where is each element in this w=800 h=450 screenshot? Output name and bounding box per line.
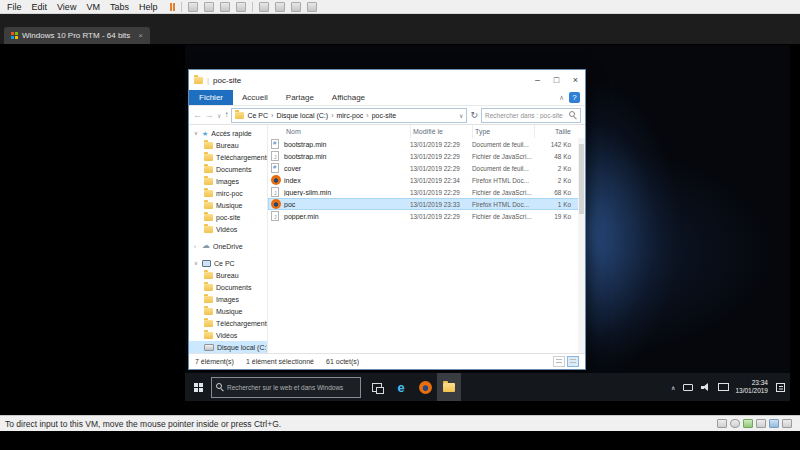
tab-affichage[interactable]: Affichage [323, 90, 374, 105]
tab-accueil[interactable]: Accueil [233, 90, 277, 105]
sidebar-item-qa-documents[interactable]: Documents [189, 163, 267, 175]
sidebar-item-pc-telechargements[interactable]: Téléchargements [189, 317, 267, 329]
sidebar-item-qa-telechargements[interactable]: Téléchargements [189, 151, 267, 163]
address-bar[interactable]: Ce PC › Disque local (C:) › mirc-poc › p… [231, 108, 467, 123]
sidebar-onedrive[interactable]: › ☁ OneDrive [189, 240, 267, 252]
scrollbar-thumb[interactable] [579, 144, 584, 214]
vertical-scrollbar[interactable] [578, 138, 585, 353]
sidebar-item-pc-images[interactable]: Images [189, 293, 267, 305]
unity-view-icon[interactable] [291, 2, 301, 12]
sidebar-item-local-disk-c[interactable]: Disque local (C:) [189, 341, 267, 353]
column-header-modified[interactable]: Modifié le [410, 125, 472, 138]
show-library-icon[interactable] [259, 2, 269, 12]
sidebar-item-qa-mirc-poc[interactable]: mirc-poc [189, 187, 267, 199]
action-center-icon[interactable] [776, 383, 785, 392]
breadcrumb-poc-site[interactable]: poc-site [372, 112, 397, 119]
maximize-button[interactable]: □ [547, 70, 566, 90]
sidebar-label: Vidéos [216, 226, 237, 233]
tab-partage[interactable]: Partage [277, 90, 323, 105]
chevron-right-icon: › [194, 243, 199, 249]
sound-card-icon[interactable] [769, 419, 779, 428]
file-row[interactable]: jquery-slim.min 13/01/2019 22:29 Fichier… [268, 186, 585, 198]
close-icon[interactable]: × [138, 31, 143, 40]
cdrom-icon[interactable] [730, 419, 740, 428]
taskbar-search-box[interactable] [211, 377, 361, 398]
column-header-size[interactable]: Taille [534, 125, 575, 138]
thumbnails-view-icon[interactable] [567, 356, 579, 367]
file-row[interactable]: cover 13/01/2019 22:29 Document de feuil… [268, 162, 585, 174]
volume-icon[interactable] [701, 383, 710, 392]
taskbar-clock[interactable]: 23:34 13/01/2019 [735, 379, 768, 395]
chevron-down-icon: ∨ [194, 130, 199, 136]
fullscreen-icon[interactable] [307, 2, 317, 12]
sidebar-quick-access[interactable]: ∨ ★ Accès rapide [189, 127, 267, 139]
sidebar-this-pc[interactable]: ∨ Ce PC [189, 257, 267, 269]
chevron-right-icon: › [271, 112, 273, 119]
column-header-type[interactable]: Type [472, 125, 534, 138]
column-header-name[interactable]: Nom [284, 125, 410, 138]
file-row-selected[interactable]: poc 13/01/2019 23:33 Firefox HTML Doc...… [268, 198, 585, 210]
sidebar-item-qa-poc-site[interactable]: poc-site [189, 211, 267, 223]
menu-view[interactable]: View [52, 1, 81, 13]
help-icon[interactable]: ? [569, 92, 580, 103]
explorer-search-input[interactable] [485, 112, 567, 119]
file-row[interactable]: bootstrap.min 13/01/2019 22:29 Fichier d… [268, 150, 585, 162]
details-view-icon[interactable] [553, 356, 565, 367]
hidden-icons-chevron[interactable]: ∧ [671, 384, 675, 391]
touch-keyboard-icon[interactable] [683, 384, 693, 391]
file-row[interactable]: bootstrap.min 13/01/2019 22:29 Document … [268, 138, 585, 150]
task-view-button[interactable] [365, 373, 389, 401]
back-icon[interactable]: ← [193, 111, 202, 120]
sidebar-item-qa-videos[interactable]: Vidéos [189, 223, 267, 235]
manage-snapshots-icon[interactable] [236, 2, 246, 12]
explorer-search-box[interactable] [481, 108, 581, 123]
folder-icon [194, 77, 203, 84]
refresh-icon[interactable]: ↻ [470, 111, 478, 120]
forward-icon[interactable]: → [205, 111, 214, 120]
taskbar-edge-button[interactable]: e [389, 373, 413, 401]
network-adapter-icon[interactable] [743, 419, 753, 428]
start-button[interactable] [185, 373, 211, 401]
file-type: Fichier de JavaScri... [472, 153, 534, 160]
send-ctrl-alt-del-icon[interactable] [188, 2, 198, 12]
taskbar-firefox-button[interactable] [413, 373, 437, 401]
sidebar-item-pc-bureau[interactable]: Bureau [189, 269, 267, 281]
file-modified: 13/01/2019 22:34 [410, 177, 472, 184]
snapshot-icon[interactable] [204, 2, 214, 12]
network-icon[interactable] [718, 383, 727, 391]
sidebar-item-pc-musique[interactable]: Musique [189, 305, 267, 317]
vm-tab[interactable]: Windows 10 Pro RTM - 64 bits × [4, 27, 150, 44]
breadcrumb-ce-pc[interactable]: Ce PC [247, 112, 268, 119]
sidebar-item-qa-musique[interactable]: Musique [189, 199, 267, 211]
sidebar-label: mirc-poc [216, 190, 243, 197]
up-icon[interactable]: ↑ [224, 111, 228, 119]
close-button[interactable]: × [566, 70, 585, 90]
taskbar-search-input[interactable] [227, 384, 356, 391]
address-dropdown-icon[interactable]: ∨ [459, 112, 463, 119]
menu-tabs[interactable]: Tabs [105, 1, 134, 13]
minimize-button[interactable]: – [528, 70, 547, 90]
explorer-title-bar[interactable]: | poc-site – □ × [189, 70, 585, 90]
recent-locations-icon[interactable]: ∨ [217, 112, 221, 119]
tab-fichier[interactable]: Fichier [189, 90, 233, 105]
console-view-icon[interactable] [275, 2, 285, 12]
file-row[interactable]: index 13/01/2019 22:34 Firefox HTML Doc.… [268, 174, 585, 186]
file-row[interactable]: popper.min 13/01/2019 22:29 Fichier de J… [268, 210, 585, 222]
suspend-vm-icon[interactable] [170, 3, 175, 11]
taskbar-explorer-button[interactable] [437, 373, 461, 401]
printer-icon[interactable] [782, 419, 792, 428]
menu-help[interactable]: Help [134, 1, 163, 13]
collapse-ribbon-icon[interactable]: ∧ [559, 94, 564, 102]
sidebar-item-pc-videos[interactable]: Vidéos [189, 329, 267, 341]
menu-edit[interactable]: Edit [27, 1, 53, 13]
menu-file[interactable]: File [2, 1, 27, 13]
sidebar-item-qa-bureau[interactable]: Bureau [189, 139, 267, 151]
hard-disk-icon[interactable] [717, 419, 727, 428]
usb-controller-icon[interactable] [756, 419, 766, 428]
sidebar-item-pc-documents[interactable]: Documents [189, 281, 267, 293]
breadcrumb-disque-local[interactable]: Disque local (C:) [276, 112, 328, 119]
breadcrumb-mirc-poc[interactable]: mirc-poc [336, 112, 363, 119]
menu-vm[interactable]: VM [81, 1, 105, 13]
revert-snapshot-icon[interactable] [220, 2, 230, 12]
sidebar-item-qa-images[interactable]: Images [189, 175, 267, 187]
